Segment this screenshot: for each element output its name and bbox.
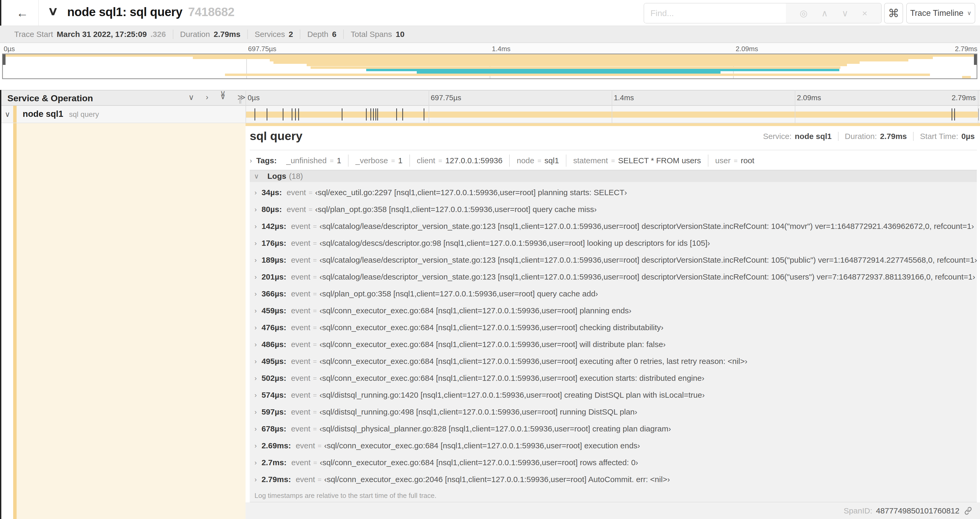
back-button[interactable]: ←: [8, 4, 37, 22]
tag-equals: =: [330, 157, 334, 164]
log-expand-icon[interactable]: ›: [255, 324, 257, 332]
log-row[interactable]: ›476µs:event=‹sql/conn_executor_exec.go:…: [250, 319, 977, 336]
minimap-span-bar: [3, 54, 977, 57]
find-prev-icon[interactable]: ∧: [821, 8, 828, 18]
log-row[interactable]: ›574µs:event=‹sql/distsql_running.go:142…: [250, 386, 977, 404]
log-row[interactable]: ›2.69ms:event=‹sql/conn_executor_exec.go…: [250, 437, 977, 454]
log-expand-icon[interactable]: ›: [255, 273, 257, 281]
expand-one-icon[interactable]: ›: [206, 93, 208, 102]
log-expand-icon[interactable]: ›: [255, 476, 257, 484]
log-row[interactable]: ›142µs:event=‹sql/catalog/lease/descript…: [250, 218, 977, 235]
tags-row[interactable]: ›Tags:_unfinished=1_verbose=1client=127.…: [250, 155, 761, 167]
detail-meta-item: Service:node sql1: [757, 132, 838, 141]
log-expand-icon[interactable]: ›: [255, 239, 257, 248]
log-marker-tick[interactable]: [267, 109, 267, 121]
log-expand-icon[interactable]: ›: [255, 206, 257, 214]
tag-item: statement=SELECT * FROM users: [566, 155, 708, 167]
collapse-all-icon[interactable]: ∨∨: [220, 91, 226, 101]
log-row[interactable]: ›201µs:event=‹sql/catalog/lease/descript…: [250, 268, 977, 285]
log-marker-tick[interactable]: [373, 109, 374, 121]
log-expand-icon[interactable]: ›: [255, 425, 257, 433]
log-field-key: event: [286, 205, 306, 214]
log-timestamp: 34µs:: [262, 188, 282, 197]
log-marker-tick[interactable]: [342, 109, 342, 121]
log-marker-tick[interactable]: [371, 109, 371, 121]
span-footer: SpanID: 4877749850101760812: [245, 502, 980, 519]
log-row[interactable]: ›2.79ms:event=‹sql/conn_executor_exec.go…: [250, 471, 977, 488]
log-marker-tick[interactable]: [255, 109, 255, 121]
log-expand-icon[interactable]: ›: [255, 222, 257, 230]
log-equals: =: [313, 408, 317, 416]
log-field-key: event: [291, 289, 310, 298]
minimap-left-handle[interactable]: [3, 54, 6, 65]
log-marker-tick[interactable]: [951, 109, 952, 121]
log-expand-icon[interactable]: ›: [255, 357, 257, 366]
log-row[interactable]: ›2.7ms:event=‹sql/conn_executor_exec.go:…: [250, 454, 977, 471]
log-expand-icon[interactable]: ›: [255, 307, 257, 315]
tags-expand-icon[interactable]: ›: [250, 156, 252, 165]
log-expand-icon[interactable]: ›: [255, 391, 257, 399]
log-row[interactable]: ›502µs:event=‹sql/conn_executor_exec.go:…: [250, 370, 977, 386]
minimap-right-handle[interactable]: [974, 54, 977, 65]
logs-collapse-icon[interactable]: ∨: [254, 172, 259, 180]
span-row[interactable]: ∨ node sql1sql query: [0, 106, 980, 123]
logs-label: Logs: [267, 172, 286, 180]
summary-label: Depth: [307, 30, 328, 39]
log-field-value: ‹sql/conn_executor_exec.go:684 [nsql1,cl…: [320, 306, 632, 315]
log-field-value: ‹sql/conn_executor_exec.go:684 [nsql1,cl…: [320, 323, 663, 332]
minimap-span-bar: [307, 64, 847, 66]
log-field-value: ‹sql/conn_executor_exec.go:684 [nsql1,cl…: [320, 357, 748, 366]
log-marker-tick[interactable]: [283, 109, 283, 121]
log-marker-tick[interactable]: [298, 109, 299, 121]
log-expand-icon[interactable]: ›: [255, 340, 257, 349]
log-marker-tick[interactable]: [954, 109, 955, 121]
find-next-icon[interactable]: ∨: [842, 8, 848, 18]
log-row[interactable]: ›459µs:event=‹sql/conn_executor_exec.go:…: [250, 302, 977, 319]
find-clear-icon[interactable]: ×: [862, 8, 867, 18]
log-row[interactable]: ›34µs:event=‹sql/exec_util.go:2297 [nsql…: [250, 184, 977, 201]
window-edge: [0, 90, 1, 519]
log-marker-tick[interactable]: [366, 109, 367, 121]
log-equals: =: [313, 223, 317, 230]
find-input[interactable]: [644, 3, 786, 23]
log-expand-icon[interactable]: ›: [255, 188, 257, 197]
log-marker-tick[interactable]: [295, 109, 296, 121]
log-row[interactable]: ›80µs:event=‹sql/plan_opt.go:358 [nsql1,…: [250, 201, 977, 218]
log-field-value: ‹sql/plan_opt.go:358 [nsql1,client=127.0…: [315, 205, 597, 214]
log-marker-tick[interactable]: [375, 109, 376, 121]
log-expand-icon[interactable]: ›: [255, 256, 257, 264]
log-field-value: ‹sql/plan_opt.go:358 [nsql1,client=127.0…: [320, 289, 598, 298]
log-row[interactable]: ›678µs:event=‹sql/distsql_physical_plann…: [250, 420, 977, 437]
log-row[interactable]: ›189µs:event=‹sql/catalog/lease/descript…: [250, 252, 977, 268]
log-row[interactable]: ›176µs:event=‹sql/catalog/descs/descript…: [250, 235, 977, 252]
copy-link-icon[interactable]: [964, 506, 973, 515]
log-expand-icon[interactable]: ›: [255, 442, 257, 450]
log-timestamp: 2.7ms:: [262, 458, 286, 467]
view-select-button[interactable]: Trace Timeline ∨: [906, 3, 975, 24]
log-marker-tick[interactable]: [292, 109, 293, 121]
log-row[interactable]: ›597µs:event=‹sql/distsql_running.go:498…: [250, 404, 977, 420]
log-marker-tick[interactable]: [423, 109, 425, 121]
log-marker-tick[interactable]: [377, 109, 378, 121]
log-expand-icon[interactable]: ›: [255, 290, 257, 298]
span-collapse-icon[interactable]: ∨: [5, 110, 10, 119]
log-row[interactable]: ›486µs:event=‹sql/conn_executor_exec.go:…: [250, 336, 977, 353]
log-expand-icon[interactable]: ›: [255, 374, 257, 382]
log-marker-tick[interactable]: [402, 109, 403, 121]
keyboard-shortcuts-button[interactable]: ⌘: [884, 3, 903, 24]
log-expand-icon[interactable]: ›: [255, 408, 257, 416]
log-timestamp: 201µs:: [262, 272, 286, 281]
log-expand-icon[interactable]: ›: [255, 458, 257, 467]
log-marker-tick[interactable]: [396, 109, 397, 121]
log-row[interactable]: ›495µs:event=‹sql/conn_executor_exec.go:…: [250, 353, 977, 370]
trace-collapse-icon[interactable]: ∨: [48, 4, 59, 18]
log-equals: =: [313, 256, 317, 264]
log-timestamp: 459µs:: [262, 306, 286, 315]
tag-value: sql1: [544, 156, 559, 165]
locate-icon[interactable]: ◎: [800, 8, 808, 18]
log-row[interactable]: ›366µs:event=‹sql/plan_opt.go:358 [nsql1…: [250, 285, 977, 302]
column-resize-handle[interactable]: ∥: [239, 95, 243, 104]
collapse-one-icon[interactable]: ∨: [188, 93, 194, 102]
trace-minimap[interactable]: [2, 54, 977, 79]
logs-header[interactable]: ∨ Logs (18): [250, 170, 977, 182]
